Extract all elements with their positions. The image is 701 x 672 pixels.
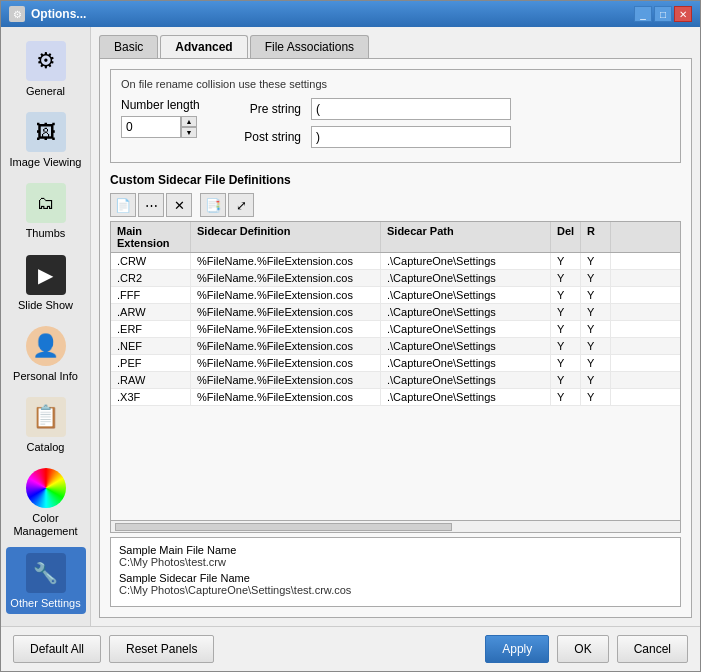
main-content: ⚙ General 🖼 Image Viewing 🗂 Thumbs ▶ [1,27,700,626]
tab-file-associations[interactable]: File Associations [250,35,369,58]
window-title: Options... [31,7,86,21]
cell-def: %FileName.%FileExtension.cos [191,287,381,303]
cell-path: .\CaptureOne\Settings [381,270,551,286]
cell-path: .\CaptureOne\Settings [381,304,551,320]
toolbar-delete-button[interactable]: ✕ [166,193,192,217]
spinner-up[interactable]: ▲ [181,116,197,127]
cell-ext: .X3F [111,389,191,405]
cell-del: Y [551,355,581,371]
cell-r: Y [581,304,611,320]
toolbar-edit-button[interactable]: ⋯ [138,193,164,217]
cell-ext: .CRW [111,253,191,269]
sidebar-item-image-viewing[interactable]: 🖼 Image Viewing [6,106,86,173]
col-header-r: R [581,222,611,252]
col-header-del: Del [551,222,581,252]
sample-sidecar-label: Sample Sidecar File Name [119,572,672,584]
sidebar-item-slide-show[interactable]: ▶ Slide Show [6,249,86,316]
cell-del: Y [551,253,581,269]
toolbar-add-button[interactable]: 📄 [110,193,136,217]
default-all-button[interactable]: Default All [13,635,101,663]
sidebar-label-color-management: Color Management [8,512,84,538]
sidebar-label-slide-show: Slide Show [18,299,73,312]
number-length-input[interactable] [121,116,181,138]
options-window: ⚙ Options... _ □ ✕ ⚙ General 🖼 Image Vie… [0,0,701,672]
sidebar-label-thumbs: Thumbs [26,227,66,240]
cell-ext: .ARW [111,304,191,320]
cell-ext: .RAW [111,372,191,388]
collision-section: On file rename collision use these setti… [110,69,681,163]
cell-r: Y [581,287,611,303]
table-row[interactable]: .PEF %FileName.%FileExtension.cos .\Capt… [111,355,680,372]
cell-r: Y [581,372,611,388]
sidebar: ⚙ General 🖼 Image Viewing 🗂 Thumbs ▶ [1,27,91,626]
table-row[interactable]: .NEF %FileName.%FileExtension.cos .\Capt… [111,338,680,355]
sidebar-label-image-viewing: Image Viewing [10,156,82,169]
table-row[interactable]: .ARW %FileName.%FileExtension.cos .\Capt… [111,304,680,321]
sidebar-item-catalog[interactable]: 📋 Catalog [6,391,86,458]
cell-del: Y [551,287,581,303]
cell-del: Y [551,270,581,286]
ok-button[interactable]: OK [557,635,608,663]
cell-def: %FileName.%FileExtension.cos [191,338,381,354]
spinner-down[interactable]: ▼ [181,127,197,138]
cell-def: %FileName.%FileExtension.cos [191,372,381,388]
sample-area: Sample Main File Name C:\My Photos\test.… [110,537,681,607]
cell-ext: .CR2 [111,270,191,286]
thumbs-icon: 🗂 [26,183,66,223]
table-row[interactable]: .ERF %FileName.%FileExtension.cos .\Capt… [111,321,680,338]
bottom-bar: Default All Reset Panels Apply OK Cancel [1,626,700,671]
post-string-label: Post string [231,130,301,144]
title-bar: ⚙ Options... _ □ ✕ [1,1,700,27]
tab-advanced[interactable]: Advanced [160,35,247,58]
horizontal-scrollbar[interactable] [110,521,681,533]
catalog-icon: 📋 [26,397,66,437]
cell-ext: .ERF [111,321,191,337]
pre-string-label: Pre string [231,102,301,116]
cell-del: Y [551,304,581,320]
tab-content-advanced: On file rename collision use these setti… [99,58,692,618]
cell-def: %FileName.%FileExtension.cos [191,321,381,337]
post-string-input[interactable] [311,126,511,148]
sidebar-item-general[interactable]: ⚙ General [6,35,86,102]
app-icon: ⚙ [9,6,25,22]
cell-r: Y [581,321,611,337]
table-row[interactable]: .X3F %FileName.%FileExtension.cos .\Capt… [111,389,680,406]
table-row[interactable]: .CR2 %FileName.%FileExtension.cos .\Capt… [111,270,680,287]
reset-panels-button[interactable]: Reset Panels [109,635,214,663]
tab-basic[interactable]: Basic [99,35,158,58]
collision-section-title: On file rename collision use these setti… [121,78,670,90]
sidecar-table: Main Extension Sidecar Definition Sideca… [110,221,681,521]
cell-path: .\CaptureOne\Settings [381,253,551,269]
table-row[interactable]: .FFF %FileName.%FileExtension.cos .\Capt… [111,287,680,304]
toolbar-expand-button[interactable]: ⤢ [228,193,254,217]
close-button[interactable]: ✕ [674,6,692,22]
cell-path: .\CaptureOne\Settings [381,321,551,337]
table-row[interactable]: .RAW %FileName.%FileExtension.cos .\Capt… [111,372,680,389]
sidebar-label-personal-info: Personal Info [13,370,78,383]
image-viewing-icon: 🖼 [26,112,66,152]
cell-def: %FileName.%FileExtension.cos [191,253,381,269]
sample-sidecar-value: C:\My Photos\CaptureOne\Settings\test.cr… [119,584,672,596]
sidebar-item-thumbs[interactable]: 🗂 Thumbs [6,177,86,244]
sidebar-item-other-settings[interactable]: 🔧 Other Settings [6,547,86,614]
table-body[interactable]: .CRW %FileName.%FileExtension.cos .\Capt… [111,253,680,406]
table-row[interactable]: .CRW %FileName.%FileExtension.cos .\Capt… [111,253,680,270]
sidebar-label-other-settings: Other Settings [10,597,80,610]
cell-path: .\CaptureOne\Settings [381,355,551,371]
pre-string-input[interactable] [311,98,511,120]
cancel-button[interactable]: Cancel [617,635,688,663]
cell-path: .\CaptureOne\Settings [381,338,551,354]
sidebar-item-color-management[interactable]: Color Management [6,462,86,542]
table-header: Main Extension Sidecar Definition Sideca… [111,222,680,253]
cell-r: Y [581,389,611,405]
scroll-thumb[interactable] [115,523,452,531]
col-header-sidecar-path: Sidecar Path [381,222,551,252]
cell-ext: .PEF [111,355,191,371]
toolbar-file-button[interactable]: 📑 [200,193,226,217]
cell-def: %FileName.%FileExtension.cos [191,304,381,320]
maximize-button[interactable]: □ [654,6,672,22]
cell-del: Y [551,321,581,337]
apply-button[interactable]: Apply [485,635,549,663]
sidebar-item-personal-info[interactable]: 👤 Personal Info [6,320,86,387]
minimize-button[interactable]: _ [634,6,652,22]
